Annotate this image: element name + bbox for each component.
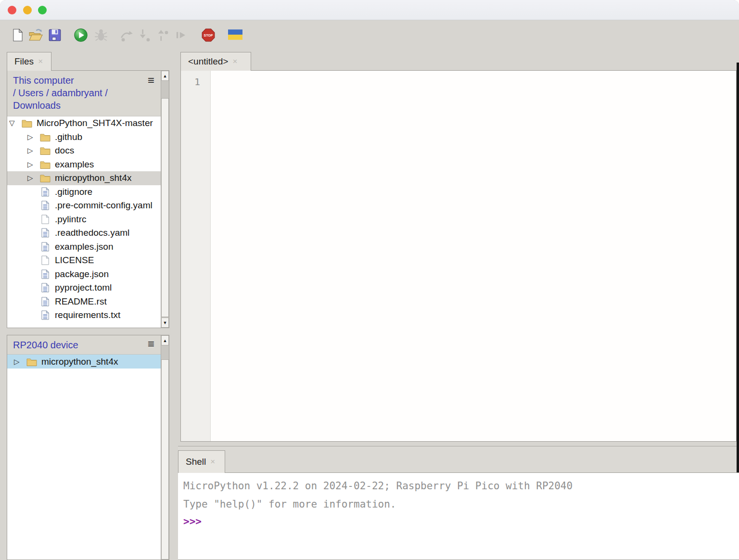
breadcrumb-downloads[interactable]: Downloads [13,99,150,112]
tree-item-label: .gitignore [55,187,92,197]
tree-item-root-folder[interactable]: ▽ MicroPython_SHT4X-master [7,116,169,130]
tree-item-folder-selected[interactable]: ▷ micropython_sht4x [7,171,169,185]
line-number: 1 [181,76,200,88]
step-out-icon [156,28,170,42]
close-icon[interactable]: × [232,57,237,66]
save-file-button[interactable] [48,28,62,42]
step-into-button [138,28,153,42]
chevron-collapsed-icon[interactable]: ▷ [27,174,40,182]
breadcrumb-this-computer[interactable]: This computer [13,74,150,87]
tree-item-label: pyproject.toml [55,282,112,293]
shell-help-line: Type "help()" for more information. [183,495,739,513]
text-file-icon [40,283,51,293]
run-script-button[interactable] [74,28,88,42]
tree-item-label: .readthedocs.yaml [55,228,129,238]
editor-line-number-gutter: 1 [181,71,211,441]
device-menu-button[interactable]: ≡ [148,339,154,349]
scroll-up-icon[interactable]: ▲ [161,335,169,345]
svg-text:STOP: STOP [204,34,213,37]
chevron-collapsed-icon[interactable]: ▷ [27,146,40,155]
tab-untitled[interactable]: <untitled> × [180,52,251,71]
open-folder-icon [28,28,43,42]
files-breadcrumb-header: This computer / Users / adambryant / Dow… [7,71,169,116]
folder-icon [40,160,51,169]
tree-item-folder[interactable]: ▷ .github [7,130,169,144]
new-file-button[interactable] [11,28,25,42]
tree-item-file[interactable]: .gitignore [7,185,169,199]
chevron-collapsed-icon[interactable]: ▷ [27,133,40,141]
device-scrollbar-thumb[interactable] [161,359,169,560]
step-over-button [119,28,134,42]
shell-panel[interactable]: MicroPython v1.22.2 on 2024-02-22; Raspb… [178,472,739,560]
ukraine-flag-icon [228,29,242,40]
chevron-expanded-icon[interactable]: ▽ [9,119,22,127]
resume-button [174,28,189,42]
files-panel: This computer / Users / adambryant / Dow… [7,70,169,328]
editor-panel: 1 [180,70,737,442]
device-tree: ▷ micropython_sht4x [7,355,169,369]
device-scrollbar[interactable]: ▲ [161,335,169,560]
files-scrollbar[interactable]: ▲ ▼ [161,71,169,328]
support-ukraine-flag-button[interactable] [228,29,242,40]
files-tree: ▽ MicroPython_SHT4X-master ▷ .github ▷ d… [7,116,169,322]
device-panel-header: RP2040 device ≡ [7,335,169,355]
scroll-up-icon[interactable]: ▲ [161,71,169,81]
files-scrollbar-thumb[interactable] [161,98,169,317]
tree-item-device-folder-selected[interactable]: ▷ micropython_sht4x [7,355,169,369]
tab-shell[interactable]: Shell × [178,450,225,473]
plain-file-icon [40,215,51,224]
zoom-window-button[interactable] [38,6,47,14]
text-file-icon [40,297,51,306]
files-menu-button[interactable]: ≡ [148,76,154,85]
breadcrumb-users-adambryant[interactable]: / Users / adambryant / [13,87,150,99]
title-bar [0,0,739,20]
chevron-collapsed-icon[interactable]: ▷ [27,160,40,169]
open-file-button[interactable] [28,28,43,42]
tree-item-file[interactable]: .pylintrc [7,213,169,227]
tree-item-folder[interactable]: ▷ docs [7,144,169,158]
tab-untitled-label: <untitled> [188,56,228,67]
debug-bug-icon [94,28,108,42]
tab-shell-label: Shell [186,457,206,467]
toolbar: STOP [0,21,739,51]
text-file-icon [40,201,51,210]
minimize-window-button[interactable] [23,6,32,14]
tree-item-label: package.json [55,269,109,280]
folder-icon [22,118,32,128]
tree-item-label: LICENSE [55,255,94,266]
tree-item-file[interactable]: package.json [7,267,169,281]
tree-item-file[interactable]: .pre-commit-config.yaml [7,199,169,213]
close-icon[interactable]: × [210,457,215,467]
folder-icon [40,173,51,183]
tree-item-file[interactable]: pyproject.toml [7,281,169,295]
stop-sign-icon: STOP [201,28,216,42]
shell-prompt[interactable]: >>> [183,513,739,530]
editor-text-area[interactable] [211,71,736,441]
tree-item-file[interactable]: LICENSE [7,254,169,267]
tree-item-file[interactable]: examples.json [7,240,169,254]
device-panel: RP2040 device ≡ ▷ micropython_sht4x ▲ [7,335,169,560]
close-icon[interactable]: × [38,57,43,66]
shell-banner-line: MicroPython v1.22.2 on 2024-02-22; Raspb… [183,477,739,495]
tree-item-file[interactable]: requirements.txt [7,308,169,322]
stop-restart-button[interactable]: STOP [201,28,216,42]
tree-item-label: examples.json [55,242,113,252]
tree-item-file[interactable]: .readthedocs.yaml [7,226,169,240]
scroll-down-icon[interactable]: ▼ [161,318,169,328]
tree-item-file[interactable]: README.rst [7,295,169,309]
text-file-icon [40,187,51,197]
text-file-icon [40,310,51,320]
thonny-window: STOP Files × This computer / Users / ada… [0,0,739,560]
close-window-button[interactable] [8,6,16,14]
tree-item-folder[interactable]: ▷ examples [7,158,169,172]
tree-item-label: requirements.txt [55,310,120,320]
text-file-icon [40,228,51,238]
tab-files[interactable]: Files × [7,52,51,71]
step-into-icon [138,28,153,42]
step-over-icon [119,28,134,42]
text-file-icon [40,269,51,279]
chevron-collapsed-icon[interactable]: ▷ [14,357,26,366]
tab-files-label: Files [14,56,34,67]
folder-icon [40,132,51,142]
save-floppy-icon [48,28,62,42]
